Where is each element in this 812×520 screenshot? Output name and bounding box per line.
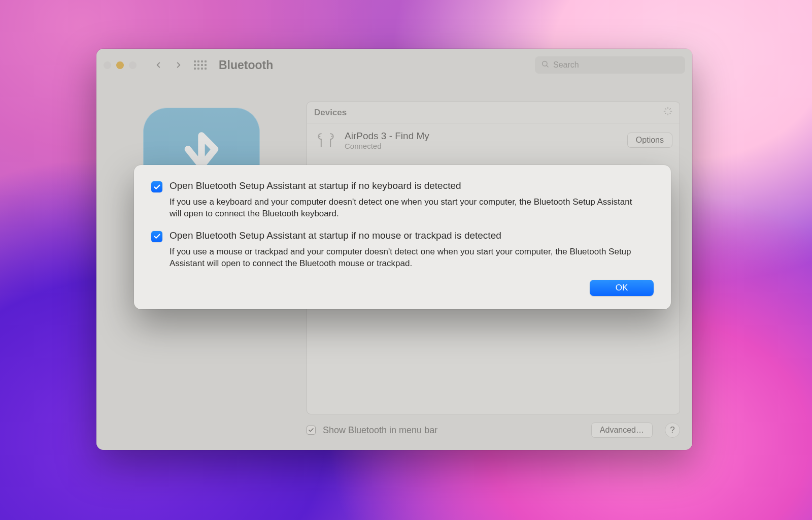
option-keyboard-checkbox[interactable] (151, 181, 162, 192)
forward-button[interactable] (171, 57, 186, 73)
window-controls (104, 61, 137, 69)
device-info: AirPods 3 - Find My Connected (345, 131, 429, 150)
window-title: Bluetooth (219, 58, 273, 72)
devices-header: Devices (307, 102, 680, 123)
option-mouse-checkbox[interactable] (151, 231, 162, 242)
minimize-button[interactable] (116, 61, 124, 69)
svg-point-13 (331, 136, 333, 137)
svg-line-9 (665, 109, 666, 110)
airpods-icon (314, 128, 337, 152)
svg-line-5 (670, 113, 671, 114)
search-icon (541, 60, 549, 70)
titlebar: Bluetooth Search (96, 49, 692, 81)
option-mouse-title: Open Bluetooth Setup Assistant at startu… (170, 230, 636, 241)
option-keyboard: Open Bluetooth Setup Assistant at startu… (151, 180, 654, 220)
show-menu-bar-label: Show Bluetooth in menu bar (323, 425, 437, 436)
ok-button[interactable]: OK (590, 280, 654, 296)
device-status: Connected (345, 142, 429, 150)
devices-header-label: Devices (314, 108, 347, 118)
svg-line-7 (665, 113, 666, 114)
svg-line-3 (670, 109, 671, 110)
advanced-button[interactable]: Advanced… (591, 422, 653, 438)
advanced-sheet: Open Bluetooth Setup Assistant at startu… (134, 165, 671, 309)
footer-row: Show Bluetooth in menu bar Advanced… ? (307, 414, 680, 438)
search-field[interactable]: Search (535, 56, 685, 74)
sheet-footer: OK (151, 280, 654, 296)
option-keyboard-desc: If you use a keyboard and your computer … (170, 197, 636, 220)
device-options-button[interactable]: Options (627, 133, 672, 148)
svg-line-1 (547, 66, 548, 67)
svg-point-11 (319, 136, 321, 137)
device-row[interactable]: AirPods 3 - Find My Connected Options (307, 123, 680, 157)
option-mouse-desc: If you use a mouse or trackpad and your … (170, 246, 636, 270)
scanning-spinner-icon (663, 107, 672, 118)
search-placeholder: Search (553, 60, 579, 70)
device-name: AirPods 3 - Find My (345, 131, 429, 142)
show-menu-bar-checkbox[interactable] (307, 426, 316, 435)
option-keyboard-title: Open Bluetooth Setup Assistant at startu… (170, 180, 636, 191)
close-button[interactable] (104, 61, 111, 69)
option-mouse: Open Bluetooth Setup Assistant at startu… (151, 230, 654, 270)
back-button[interactable] (151, 57, 166, 73)
help-button[interactable]: ? (665, 422, 680, 438)
show-all-button[interactable] (192, 57, 208, 73)
zoom-button[interactable] (129, 61, 137, 69)
